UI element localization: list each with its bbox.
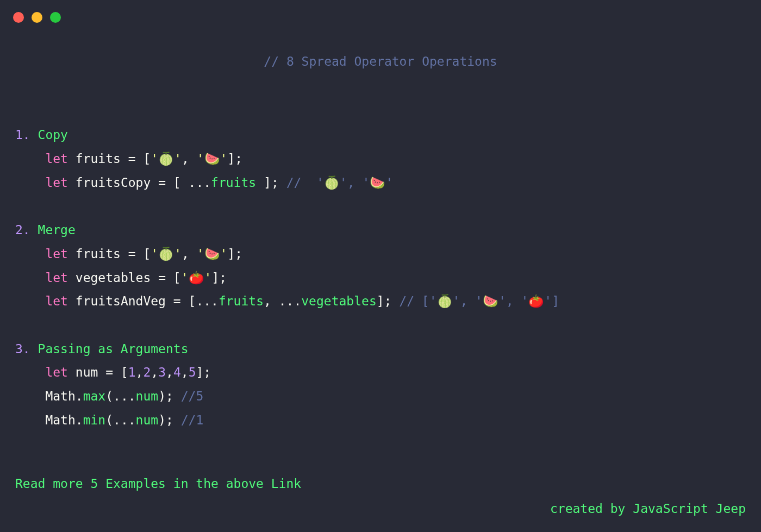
quote: ' [151,152,158,166]
keyword-let: let [45,247,68,261]
close-dot-icon[interactable] [13,12,24,23]
section-2-title: Merge [30,223,76,237]
ident-fruits: fruits [76,247,121,261]
section-1-number: 1. [15,128,30,142]
title-comment: // 8 Spread Operator Operations [0,0,761,74]
spread: ... [113,389,136,403]
lbracket: [ [143,247,151,261]
space [391,294,399,308]
comment-min: //1 [181,413,204,427]
keyword-let: let [45,176,68,190]
comma: , [182,247,197,261]
section-2-number: 2. [15,223,30,237]
comma: , [264,294,279,308]
spread: ... [189,176,211,190]
lbracket: [ [173,271,181,285]
method-min: min [83,413,106,427]
space [68,365,76,379]
space [279,176,286,190]
space [173,389,181,403]
ident-fruitsAndVeg: fruitsAndVeg [76,294,166,308]
code-block: 1. Copy let fruits = ['🍈', '🍉']; let fru… [0,74,761,433]
spread: ... [279,294,302,308]
section-1-title: Copy [30,128,68,142]
emoji-tomato: 🍅 [189,271,204,285]
equals: = [98,365,121,379]
comma: , [166,365,173,379]
ident-fruitsCopy: fruitsCopy [76,176,151,190]
title-comment-text: // 8 Spread Operator Operations [264,54,497,68]
space [68,294,76,308]
space [173,413,181,427]
ident-num: num [76,365,98,379]
dot: . [76,389,83,403]
lbracket: [ [173,176,181,190]
semicolon: ; [219,271,227,285]
quote: ' [197,152,204,166]
footer-credit: created by JavaScript Jeep [550,497,746,521]
semicolon: ; [235,152,242,166]
space [68,152,76,166]
rparen: ) [158,389,166,403]
semicolon: ; [235,247,242,261]
spread: ... [113,413,136,427]
window-controls [13,12,61,23]
emoji-melon: 🍈 [158,152,174,166]
space [181,176,189,190]
comment-max: //5 [181,389,204,403]
num-3: 3 [158,365,166,379]
quote: ' [220,247,228,261]
semicolon: ; [166,413,173,427]
ident-vegetables: vegetables [301,294,376,308]
ident-fruits: fruits [76,152,121,166]
quote: ' [197,247,204,261]
rbracket: ] [211,271,219,285]
num-2: 2 [143,365,151,379]
quote: ' [204,271,212,285]
method-max: max [83,389,106,403]
num-5: 5 [189,365,196,379]
footer-read-more: Read more 5 Examples in the above Link [15,472,301,496]
rbracket: ] [196,365,203,379]
semicolon: ; [271,176,279,190]
lbracket: [ [121,365,128,379]
num-4: 4 [173,365,181,379]
keyword-let: let [45,152,68,166]
quote: ' [174,152,182,166]
rbracket: ] [227,247,235,261]
ident-num: num [136,413,159,427]
ident-num: num [136,389,159,403]
semicolon: ; [384,294,392,308]
rbracket: ] [264,176,271,190]
zoom-dot-icon[interactable] [50,12,61,23]
ident-vegetables: vegetables [76,271,151,285]
ident-fruits: fruits [219,294,264,308]
emoji-melon: 🍈 [158,247,174,261]
lbracket: [ [143,152,151,166]
lbracket: [ [189,294,196,308]
rbracket: ] [377,294,384,308]
emoji-watermelon: 🍉 [204,247,220,261]
comma: , [181,365,189,379]
rbracket: ] [227,152,235,166]
space [68,247,76,261]
equals: = [151,176,173,190]
equals: = [151,271,173,285]
comment-copy-result: // '🍈', '🍉' [286,176,393,190]
keyword-let: let [45,294,68,308]
ident-fruits: fruits [211,176,256,190]
lparen: ( [105,413,113,427]
equals: = [166,294,189,308]
quote: ' [181,271,189,285]
minimize-dot-icon[interactable] [32,12,42,23]
equals: = [121,247,144,261]
comma: , [151,365,158,379]
space [256,176,264,190]
quote: ' [174,247,182,261]
dot: . [76,413,83,427]
semicolon: ; [203,365,211,379]
comma: , [136,365,144,379]
equals: = [121,152,144,166]
comment-merge-result: // ['🍈', '🍉', '🍅'] [399,294,559,308]
space [68,176,76,190]
